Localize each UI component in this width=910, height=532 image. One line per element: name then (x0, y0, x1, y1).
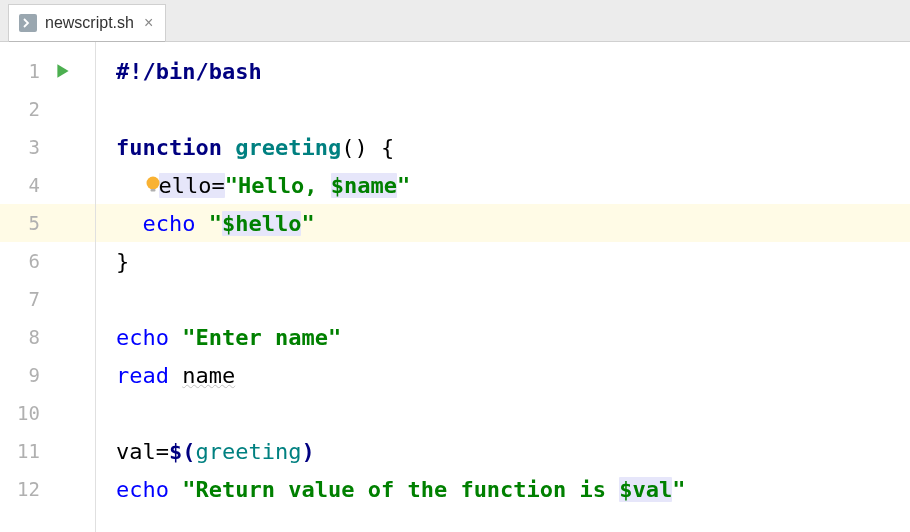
line-number: 7 (0, 288, 44, 310)
editor-root: newscript.sh × 1 2 3 4 5 6 7 8 9 10 11 1… (0, 0, 910, 532)
function-name: greeting (235, 135, 341, 160)
run-gutter-icon[interactable] (54, 62, 72, 80)
code-line: val=$(greeting) (96, 432, 910, 470)
gutter-row: 2 (0, 90, 95, 128)
code-line (96, 394, 910, 432)
builtin-echo: echo (116, 477, 169, 502)
brace-close: } (116, 249, 129, 274)
string-open: "Return value of the function is (182, 477, 619, 502)
line-number: 2 (0, 98, 44, 120)
code-line: function greeting() { (96, 128, 910, 166)
string-close: " (672, 477, 685, 502)
string-close: " (397, 173, 410, 198)
code-area: 1 2 3 4 5 6 7 8 9 10 11 12 #!/bin/bash f… (0, 42, 910, 532)
string-open: " (209, 211, 222, 236)
gutter-row: 11 (0, 432, 95, 470)
gutter-row: 6 (0, 242, 95, 280)
line-number: 6 (0, 250, 44, 272)
tab-filename: newscript.sh (45, 14, 134, 32)
builtin-read: read (116, 363, 169, 388)
file-tab[interactable]: newscript.sh × (8, 4, 166, 41)
gutter-row: 3 (0, 128, 95, 166)
gutter-row: 4 (0, 166, 95, 204)
identifier-name: name (182, 363, 235, 388)
code-line-current: echo "$hello" (96, 204, 910, 242)
tab-bar: newscript.sh × (0, 0, 910, 42)
string-open: "Hello, (225, 173, 331, 198)
code-line: ello="Hello, $name" (96, 166, 910, 204)
subst-open: $( (169, 439, 196, 464)
code-line: #!/bin/bash (96, 52, 910, 90)
var-ref: $val (619, 477, 672, 502)
var-ref: $name (331, 173, 397, 198)
code-line: read name (96, 356, 910, 394)
close-icon[interactable]: × (142, 14, 155, 32)
line-number: 4 (0, 174, 44, 196)
var-assign: ello= (159, 173, 225, 198)
code-line: echo "Enter name" (96, 318, 910, 356)
code-line (96, 280, 910, 318)
svg-rect-1 (150, 189, 155, 192)
shebang: #!/bin/bash (116, 59, 262, 84)
line-number: 10 (0, 402, 44, 424)
line-number: 1 (0, 60, 44, 82)
builtin-echo: echo (116, 325, 169, 350)
line-number: 3 (0, 136, 44, 158)
svg-point-0 (146, 177, 159, 190)
gutter: 1 2 3 4 5 6 7 8 9 10 11 12 (0, 42, 96, 532)
line-number: 5 (0, 212, 44, 234)
gutter-row: 12 (0, 470, 95, 508)
string-close: " (301, 211, 314, 236)
subst-close: ) (301, 439, 314, 464)
line-number: 8 (0, 326, 44, 348)
gutter-row: 10 (0, 394, 95, 432)
lightbulb-icon[interactable] (143, 174, 163, 194)
keyword-function: function (116, 135, 222, 160)
string: "Enter name" (182, 325, 341, 350)
line-number: 9 (0, 364, 44, 386)
var-assign: val= (116, 439, 169, 464)
line-number: 11 (0, 440, 44, 462)
function-call: greeting (195, 439, 301, 464)
code-content[interactable]: #!/bin/bash function greeting() { ello="… (96, 42, 910, 532)
gutter-row: 8 (0, 318, 95, 356)
var-ref: $hello (222, 211, 301, 236)
gutter-row: 1 (0, 52, 95, 90)
punct: () { (341, 135, 394, 160)
gutter-row: 7 (0, 280, 95, 318)
gutter-row: 5 (0, 204, 95, 242)
shell-file-icon (19, 14, 37, 32)
builtin-echo: echo (143, 211, 196, 236)
line-number: 12 (0, 478, 44, 500)
code-line: } (96, 242, 910, 280)
code-line: echo "Return value of the function is $v… (96, 470, 910, 508)
code-line (96, 90, 910, 128)
gutter-row: 9 (0, 356, 95, 394)
